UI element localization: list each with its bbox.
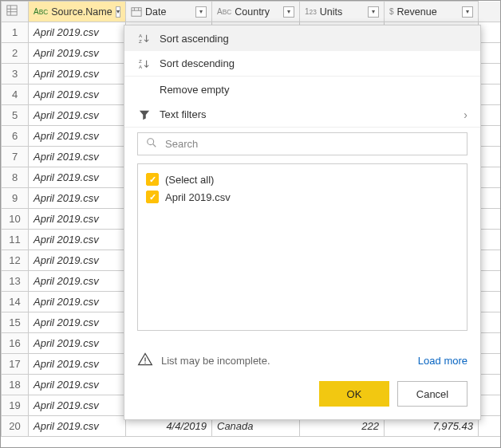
row-number: 12 (2, 250, 29, 271)
menu-label: Sort descending (160, 57, 467, 69)
cell-source-name[interactable]: April 2019.csv (29, 147, 126, 167)
check-row-item[interactable]: ✓ April 2019.csv (146, 188, 459, 206)
load-more-link[interactable]: Load more (418, 355, 467, 367)
menu-sort-ascending[interactable]: AZ Sort ascending (124, 26, 480, 51)
filter-listbox[interactable]: ✓ (Select all) ✓ April 2019.csv (137, 163, 467, 331)
text-type-icon: ABC (34, 7, 48, 16)
date-type-icon (131, 6, 142, 18)
filter-dropdown-icon[interactable]: ▾ (283, 6, 294, 18)
check-label: (Select all) (165, 174, 214, 186)
svg-text:A: A (139, 33, 143, 38)
row-number: 13 (2, 271, 29, 292)
col-label: Revenue (397, 6, 459, 18)
row-number: 4 (2, 84, 29, 105)
row-number: 15 (2, 312, 29, 333)
cell-source-name[interactable]: April 2019.csv (29, 64, 126, 84)
svg-point-15 (144, 363, 146, 364)
row-number: 11 (2, 230, 29, 250)
search-box[interactable] (137, 132, 467, 155)
menu-label: Sort ascending (160, 33, 467, 45)
cell-source-name[interactable]: April 2019.csv (29, 167, 126, 188)
col-header-country[interactable]: ABC Country ▾ (212, 2, 300, 22)
cell-source-name[interactable]: April 2019.csv (29, 22, 126, 43)
menu-label: Text filters (160, 108, 456, 120)
menu-text-filters[interactable]: Text filters › (124, 102, 480, 128)
col-header-revenue[interactable]: $ Revenue ▾ (385, 2, 479, 22)
cell-source-name[interactable]: April 2019.csv (29, 188, 126, 209)
row-number: 14 (2, 292, 29, 312)
svg-text:Z: Z (139, 58, 142, 64)
cell-source-name[interactable]: April 2019.csv (29, 250, 126, 271)
row-number: 6 (2, 126, 29, 147)
sort-desc-icon: ZA (137, 58, 152, 69)
cell-source-name[interactable]: April 2019.csv (29, 312, 126, 333)
filter-dropdown-icon[interactable]: ▾ (462, 6, 473, 18)
svg-point-12 (148, 139, 154, 145)
ok-button[interactable]: OK (319, 381, 389, 407)
filter-dropdown-icon[interactable]: ▾ (368, 6, 379, 18)
row-number: 19 (2, 395, 29, 416)
row-number: 9 (2, 188, 29, 209)
row-number: 2 (2, 43, 29, 64)
cell-source-name[interactable]: April 2019.csv (29, 354, 126, 375)
cancel-button[interactable]: Cancel (397, 381, 467, 407)
number-type-icon: 123 (305, 7, 317, 16)
row-number: 17 (2, 354, 29, 375)
svg-rect-0 (7, 6, 17, 15)
checkbox-checked-icon: ✓ (146, 191, 159, 203)
svg-text:Z: Z (139, 38, 142, 44)
row-number: 20 (2, 416, 29, 437)
col-label: Country (235, 6, 280, 18)
cell-source-name[interactable]: April 2019.csv (29, 230, 126, 250)
menu-label: Remove empty (160, 84, 467, 96)
row-number: 3 (2, 64, 29, 84)
warning-icon (137, 352, 153, 370)
table-icon (6, 5, 18, 16)
cell-source-name[interactable]: April 2019.csv (29, 209, 126, 230)
currency-type-icon: $ (389, 7, 394, 16)
cell-source-name[interactable]: April 2019.csv (29, 375, 126, 395)
row-number: 16 (2, 333, 29, 354)
cell-source-name[interactable]: April 2019.csv (29, 84, 126, 105)
col-header-date[interactable]: Date ▾ (126, 2, 212, 22)
cell-source-name[interactable]: April 2019.csv (29, 126, 126, 147)
check-row-select-all[interactable]: ✓ (Select all) (146, 171, 459, 188)
search-input[interactable] (164, 137, 459, 151)
row-number: 10 (2, 209, 29, 230)
row-number: 5 (2, 105, 29, 126)
checkbox-checked-icon: ✓ (146, 173, 159, 186)
chevron-right-icon: › (464, 108, 467, 121)
cell-source-name[interactable]: April 2019.csv (29, 271, 126, 292)
text-type-icon: ABC (217, 7, 231, 16)
col-header-units[interactable]: 123 Units ▾ (300, 2, 385, 22)
cell-source-name[interactable]: April 2019.csv (29, 105, 126, 126)
row-number: 18 (2, 375, 29, 395)
menu-remove-empty[interactable]: Remove empty (124, 77, 480, 102)
row-number: 1 (2, 22, 29, 43)
menu-sort-descending[interactable]: ZA Sort descending (124, 51, 480, 77)
header-row: ABC Source.Name ▾ Date ▾ ABC Country ▾ 1… (2, 2, 502, 22)
filter-menu: AZ Sort ascending ZA Sort descending Rem… (124, 25, 481, 420)
row-number: 8 (2, 167, 29, 188)
col-label: Source.Name (51, 6, 112, 18)
corner-cell[interactable] (2, 2, 29, 22)
filter-icon (137, 109, 152, 120)
cell-source-name[interactable]: April 2019.csv (29, 43, 126, 64)
svg-rect-4 (132, 7, 141, 16)
cell-source-name[interactable]: April 2019.csv (29, 395, 126, 416)
col-header-source[interactable]: ABC Source.Name ▾ (29, 2, 126, 22)
filter-dropdown-icon[interactable]: ▾ (195, 6, 207, 18)
col-label: Date (145, 6, 192, 18)
cell-source-name[interactable]: April 2019.csv (29, 333, 126, 354)
warning-text: List may be incomplete. (161, 355, 410, 367)
row-number: 7 (2, 147, 29, 167)
sort-asc-icon: AZ (137, 33, 152, 44)
search-icon (146, 137, 157, 151)
cell-source-name[interactable]: April 2019.csv (29, 416, 126, 437)
cell-source-name[interactable]: April 2019.csv (29, 292, 126, 312)
check-label: April 2019.csv (165, 191, 231, 203)
col-label: Units (320, 6, 365, 18)
filter-dropdown-icon[interactable]: ▾ (116, 6, 120, 18)
svg-text:A: A (139, 64, 143, 69)
svg-line-13 (153, 144, 156, 147)
